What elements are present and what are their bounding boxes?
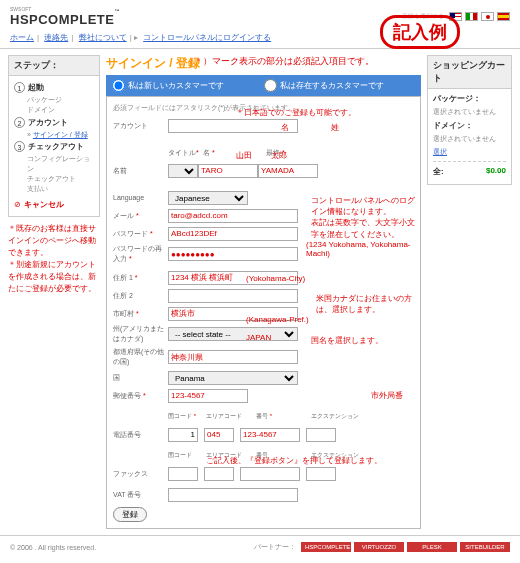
ann-state-note: 米国カナダにお住まいの方は、選択します。 bbox=[316, 293, 421, 315]
badge-plesk: PLESK bbox=[407, 542, 457, 552]
ann-mei: 名 bbox=[281, 122, 289, 133]
step-1b: ドメイン bbox=[14, 105, 94, 115]
lbl-addr2: 住所 2 bbox=[113, 291, 168, 301]
zip-input[interactable] bbox=[168, 389, 248, 403]
page-title: サインイン / 登録 bbox=[106, 55, 421, 72]
lbl-lang: Language bbox=[113, 194, 168, 201]
cart-total-value: $0.00 bbox=[486, 166, 506, 177]
language-flags[interactable] bbox=[449, 12, 510, 21]
flag-es-icon[interactable] bbox=[497, 12, 510, 21]
last-name-input[interactable] bbox=[258, 164, 318, 178]
cancel-link[interactable]: キャンセル bbox=[24, 199, 64, 210]
lbl-state: 州(アメリカまたはカナダ) bbox=[113, 324, 168, 344]
step-3a: コンフィグレーション bbox=[14, 154, 94, 174]
nav-cp[interactable]: コントロールパネルにログインする bbox=[143, 33, 271, 42]
account-input[interactable] bbox=[168, 119, 298, 133]
nav-home[interactable]: ホーム bbox=[10, 33, 34, 42]
lbl-country: 国 bbox=[113, 373, 168, 383]
logo: HSPCOMPLETE™ bbox=[10, 12, 120, 27]
step-2: アカウント bbox=[28, 117, 68, 128]
lbl-vat: VAT 番号 bbox=[113, 490, 168, 500]
fax-ext-input[interactable] bbox=[306, 467, 336, 481]
step-1: 起動 bbox=[28, 82, 44, 93]
ann-addr-en: (1234 Yokohama, Yokohama-Machi) bbox=[306, 240, 421, 258]
ann-country-note: 国名を選択します。 bbox=[311, 335, 383, 346]
step-1a: パッケージ bbox=[14, 95, 94, 105]
lbl-fax: ファックス bbox=[113, 469, 168, 479]
steps-box: ステップ： 1起動 パッケージ ドメイン 2アカウント » サインイン / 登録… bbox=[8, 55, 100, 217]
badge-sitebuilder: SITEBUILDER bbox=[460, 542, 510, 552]
address2-input[interactable] bbox=[168, 289, 298, 303]
nav-contact[interactable]: 連絡先 bbox=[44, 33, 68, 42]
steps-title: ステップ： bbox=[9, 56, 99, 76]
ann-area-note: 市外局番 bbox=[371, 390, 403, 401]
cart-pkg-value: 選択されていません bbox=[433, 107, 506, 117]
step-3b: チェックアウト bbox=[14, 174, 94, 184]
cart-box: ショッピングカート パッケージ： 選択されていません ドメイン： 選択されていま… bbox=[427, 55, 512, 185]
phone-cc-input[interactable] bbox=[168, 428, 198, 442]
side-note: ＊既存のお客様は直接サインインのページへ移動できます。 ＊別途新規にアカウントを… bbox=[8, 223, 100, 295]
password-input[interactable] bbox=[168, 227, 298, 241]
badge-hspcomplete: HSPCOMPLETE bbox=[301, 542, 351, 552]
phone-ext-input[interactable] bbox=[306, 428, 336, 442]
nav-about[interactable]: 弊社について bbox=[79, 33, 127, 42]
flag-it-icon[interactable] bbox=[465, 12, 478, 21]
cart-pkg-label: パッケージ： bbox=[433, 93, 506, 104]
partner-badges: HSPCOMPLETE VIRTUOZZO PLESK SITEBUILDER bbox=[301, 542, 510, 552]
cart-title: ショッピングカート bbox=[428, 56, 511, 89]
ann-yamada: 山田 bbox=[236, 150, 252, 161]
password-confirm-input[interactable] bbox=[168, 247, 298, 261]
pref-input[interactable] bbox=[168, 350, 298, 364]
step-3: チェックアウト bbox=[28, 141, 84, 152]
tab-existing-customer[interactable]: 私は存在するカスタマーです bbox=[264, 79, 384, 92]
email-input[interactable] bbox=[168, 209, 298, 223]
lbl-phone: 電話番号 bbox=[113, 430, 168, 440]
copyright: © 2006 . All rights reserved. bbox=[10, 544, 96, 551]
lbl-pref: 都道府県(その他の国) bbox=[113, 347, 168, 367]
phone-num-input[interactable] bbox=[240, 428, 300, 442]
cart-total-label: 全: bbox=[433, 166, 444, 177]
ann-jp-ok: ＊日本語でのご登録も可能です。 bbox=[236, 107, 356, 118]
cart-select-link[interactable]: 選択 bbox=[433, 148, 447, 155]
state-select[interactable]: -- select state -- bbox=[168, 327, 298, 341]
ann-submit-note: ご記入後、『登録ボタン』を押して登録します。 bbox=[206, 455, 382, 466]
ann-sei: 姓 bbox=[331, 122, 339, 133]
first-name-input[interactable] bbox=[198, 164, 258, 178]
country-select[interactable]: Panama bbox=[168, 371, 298, 385]
badge-virtuozzo: VIRTUOZZO bbox=[354, 542, 404, 552]
ann-city-en: (Yokohama-City) bbox=[246, 274, 305, 283]
title-select[interactable] bbox=[168, 164, 198, 178]
cart-dom-label: ドメイン： bbox=[433, 120, 506, 131]
fax-cc-input[interactable] bbox=[168, 467, 198, 481]
phone-area-input[interactable] bbox=[204, 428, 234, 442]
ann-taro: 太郎 bbox=[271, 150, 287, 161]
language-select[interactable]: Japanese bbox=[168, 191, 248, 205]
fax-num-input[interactable] bbox=[240, 467, 300, 481]
vat-input[interactable] bbox=[168, 488, 298, 502]
cart-dom-value: 選択されていません bbox=[433, 134, 506, 144]
lbl-name: 名前 bbox=[113, 166, 168, 176]
lbl-account: アカウント bbox=[113, 121, 168, 131]
ann-pref-en: (Kanagawa-Pref.) bbox=[246, 315, 309, 324]
submit-button[interactable]: 登録 bbox=[113, 507, 147, 522]
step-3c: 支払い bbox=[14, 184, 94, 194]
partner-label: パートナー： bbox=[254, 542, 296, 552]
signup-form: 必須フィールドにはアスタリスク(*)が表示されています。 アカウント ＊日本語で… bbox=[106, 96, 421, 529]
step-signin-link[interactable]: サインイン / 登録 bbox=[33, 131, 88, 138]
fax-area-input[interactable] bbox=[204, 467, 234, 481]
example-stamp: 記入例 bbox=[380, 15, 460, 49]
tab-new-customer[interactable]: 私は新しいカスタマーです bbox=[112, 79, 224, 92]
ann-japan: JAPAN bbox=[246, 333, 271, 342]
flag-jp-icon[interactable] bbox=[481, 12, 494, 21]
ann-cp-info: コントロールパネルへのログイン情報になります。 表記は英数字で、大文字小文字を混… bbox=[311, 195, 421, 240]
